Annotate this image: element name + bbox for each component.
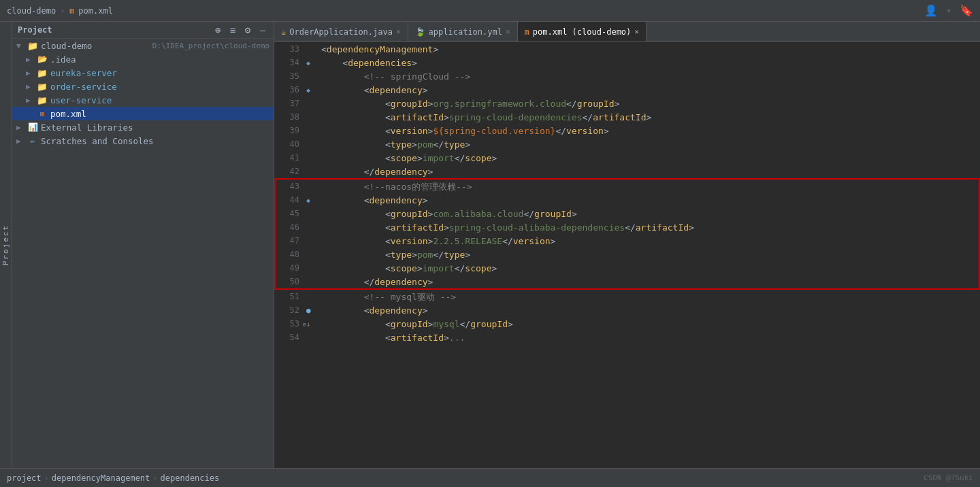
line-number: 52	[275, 303, 306, 317]
bookmark-icon[interactable]: 🔖	[960, 4, 973, 17]
tab-close-btn[interactable]: ✕	[634, 27, 639, 36]
tree-item-ext-lib[interactable]: ▶ 📊 External Libraries	[12, 120, 274, 134]
breadcrumb-dependencies[interactable]: dependencies	[161, 473, 220, 483]
tree-item-order-service[interactable]: ▶ 📁 order-service	[12, 80, 274, 93]
table-row: 38 <artifactId>spring-cloud-dependencies…	[275, 110, 979, 124]
tree-item-label: External Libraries	[41, 122, 270, 133]
gutter-cell	[306, 124, 318, 137]
code-content: <!--nacos的管理依赖-->	[318, 179, 979, 193]
code-content: <scope>import</scope>	[318, 261, 979, 275]
tab-close-btn[interactable]: ✕	[396, 27, 401, 36]
expand-arrow: ▶	[26, 110, 34, 118]
user-icon[interactable]: 👤	[924, 4, 938, 17]
gutter-cell: ●	[306, 303, 318, 317]
table-row: 44 ◆ <dependency>	[275, 193, 979, 207]
fold-icon[interactable]: ◆	[306, 86, 310, 94]
tree-item-cloud-demo[interactable]: ▼ 📁 cloud-demo D:\IDEA_project\cloud-dem…	[12, 39, 274, 52]
gutter-cell	[306, 275, 318, 289]
gutter-cell	[306, 151, 318, 165]
title-separator: ›	[60, 5, 65, 16]
table-row: 34 ◆ <dependencies>	[275, 56, 979, 69]
minimize-icon[interactable]: —	[257, 24, 268, 35]
code-content: <groupId>com.alibaba.cloud</groupId>	[318, 207, 979, 220]
line-number: 47	[275, 234, 306, 248]
code-area[interactable]: 33 <dependencyManagement> 34 ◆ <dependen…	[274, 42, 980, 468]
gutter-cell	[306, 110, 318, 124]
table-row: 35 <!-- springCloud -->	[275, 69, 979, 83]
code-content: <dependency>	[318, 83, 979, 97]
tree-item-eureka-server[interactable]: ▶ 📁 eureka-server	[12, 66, 274, 80]
code-content: <groupId>mysql</groupId>	[318, 317, 979, 331]
table-row: 37 <groupId>org.springframework.cloud</g…	[275, 97, 979, 110]
fold-icon[interactable]: ◆	[306, 197, 310, 204]
title-bar: cloud-demo › m pom.xml 👤 ▾ 🔖	[0, 0, 980, 22]
gutter-cell	[306, 165, 318, 179]
expand-arrow: ▶	[26, 69, 34, 78]
tree-item-pom[interactable]: ▶ m pom.xml	[12, 107, 274, 120]
pom-file-icon: m	[525, 27, 529, 37]
table-row: 43 <!--nacos的管理依赖-->	[275, 179, 979, 193]
tree-item-user-service[interactable]: ▶ 📁 user-service	[12, 93, 274, 107]
table-row: 53 ⊙ ↓ <groupId>mysql</groupId>	[275, 317, 979, 331]
yaml-file-icon: 🍃	[415, 27, 425, 37]
code-content: <dependencyManagement>	[318, 42, 979, 56]
arrow-icon: ▾	[946, 5, 951, 16]
line-number: 51	[275, 289, 306, 303]
breadcrumb-sep-2: ›	[152, 473, 157, 483]
code-content: </dependency>	[318, 275, 979, 289]
fold-icon[interactable]: ◆	[306, 59, 310, 67]
gutter-cell	[306, 220, 318, 234]
gutter-cell	[306, 331, 318, 344]
tree-item-idea[interactable]: ▶ 📂 .idea	[12, 52, 274, 66]
table-row: 33 <dependencyManagement>	[275, 42, 979, 56]
file-name-label: pom.xml	[78, 6, 113, 16]
line-number: 39	[275, 124, 306, 137]
code-content: <dependencies>	[318, 56, 979, 69]
idea-folder-icon: 📂	[37, 54, 48, 65]
panel-label: Project	[0, 22, 12, 468]
module-icon: 📁	[37, 95, 48, 105]
tab-application-yml[interactable]: 🍃 application.yml ✕	[408, 22, 518, 41]
gutter-cell: ↓	[306, 317, 318, 331]
tab-order-application[interactable]: ☕ OrderApplication.java ✕	[274, 22, 408, 41]
expand-arrow: ▶	[26, 82, 34, 91]
line-number: 44	[275, 193, 306, 207]
line-number: 43	[275, 179, 306, 193]
code-content: <!-- springCloud -->	[318, 69, 979, 83]
gutter-cell: ◆	[306, 56, 318, 69]
code-content: <artifactId>spring-cloud-dependencies</a…	[318, 110, 979, 124]
tab-close-btn[interactable]: ✕	[506, 27, 510, 36]
line-number: 36	[275, 83, 306, 97]
tree-item-path: D:\IDEA_project\cloud-demo	[152, 41, 270, 50]
table-row: 36 ◆ <dependency>	[275, 83, 979, 97]
m-icon: m	[69, 6, 74, 16]
code-content: <type>pom</type>	[318, 248, 979, 261]
status-bar: project › dependencyManagement › depende…	[0, 468, 980, 487]
table-row: 51 <!-- mysql驱动 -->	[275, 289, 979, 303]
line-number: 46	[275, 220, 306, 234]
line-number: 42	[275, 165, 306, 179]
breadcrumb-project[interactable]: project	[7, 473, 42, 483]
tree-item-scratches[interactable]: ▶ ✏ Scratches and Consoles	[12, 134, 274, 148]
collapse-all-icon[interactable]: ≡	[227, 24, 238, 35]
code-content: <scope>import</scope>	[318, 151, 979, 165]
table-row: 42 </dependency>	[275, 165, 979, 179]
tree-item-label: order-service	[50, 82, 270, 92]
module-icon: 📁	[37, 81, 48, 92]
breadcrumb-sep-1: ›	[44, 473, 49, 483]
sidebar: Project Project ⊕ ≡ ⚙ — ▼ 📁 cloud-demo D…	[0, 22, 274, 468]
bookmark-gutter-icon: ●	[306, 306, 311, 315]
folder-icon: 📁	[27, 40, 38, 51]
gutter-cell: ◆	[306, 193, 318, 207]
table-row: 48 <type>pom</type>	[275, 248, 979, 261]
sidebar-content: Project ⊕ ≡ ⚙ — ▼ 📁 cloud-demo D:\IDEA_p…	[12, 22, 274, 468]
gutter-cell: ◆	[306, 83, 318, 97]
table-row: 54 <artifactId>...	[275, 331, 979, 344]
tree-item-label: pom.xml	[50, 109, 270, 119]
code-content: <dependency>	[318, 193, 979, 207]
tab-pom-xml[interactable]: m pom.xml (cloud-demo) ✕	[518, 22, 647, 41]
add-icon[interactable]: ⊕	[212, 24, 223, 35]
settings-icon[interactable]: ⚙	[242, 24, 253, 35]
breadcrumb-dep-mgmt[interactable]: dependencyManagement	[52, 473, 150, 483]
scratches-icon: ✏	[27, 135, 38, 146]
